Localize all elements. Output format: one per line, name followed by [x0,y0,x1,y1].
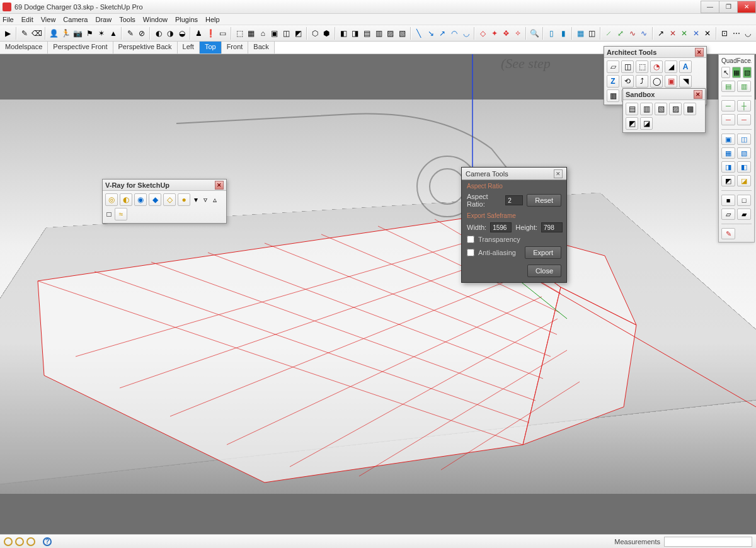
close-button[interactable]: Close [527,265,561,277]
close-icon[interactable]: ✕ [554,169,563,178]
architect-tool-icon[interactable]: ▣ [665,75,677,88]
close-icon[interactable]: ✕ [694,90,702,99]
vray-tool-icon[interactable]: ◉ [134,193,147,206]
dock-tool-icon[interactable]: ▰ [737,208,751,220]
tool-icon[interactable]: ◠ [449,28,460,39]
dock-tool-icon[interactable]: ─ [737,114,751,125]
sandbox-tool-icon[interactable]: ▩ [684,103,696,115]
tool-icon[interactable]: ◩ [293,28,304,39]
menu-file[interactable]: File [3,16,14,23]
tool-icon[interactable]: ↗ [656,28,667,39]
vray-tool-icon[interactable]: □ [105,208,113,220]
vray-tool-icon[interactable]: ● [178,193,190,206]
camera-tools-panel[interactable]: Camera Tools ✕ Aspect Ratio Aspect Ratio… [461,167,567,283]
tool-icon[interactable]: ⌂ [258,28,268,39]
tool-icon[interactable]: ✶ [96,28,107,39]
tool-icon[interactable]: ✧ [513,28,524,39]
sandbox-tool-icon[interactable]: ▧ [655,103,667,115]
dock-tool-icon[interactable]: ▥ [737,81,751,92]
vray-tool-icon[interactable]: ◎ [105,193,118,206]
width-input[interactable] [490,222,512,232]
dock-tool-icon[interactable]: ▧ [743,67,752,78]
scene-tab-persp-back[interactable]: Perspektive Back [113,42,178,54]
menu-window[interactable]: Window [143,16,168,23]
tool-icon[interactable]: ▨ [385,28,396,39]
tool-icon[interactable]: 🔍 [529,28,540,39]
status-icon[interactable] [26,537,35,546]
minimize-button[interactable]: — [701,1,719,13]
architect-tool-icon[interactable]: ▱ [607,60,619,73]
tool-icon[interactable]: ∿ [627,28,638,39]
tool-icon[interactable]: ⬡ [310,28,321,39]
architect-tool-icon[interactable]: ◫ [621,60,634,73]
vray-tool-icon[interactable]: ▿ [202,193,209,206]
architect-tool-icon[interactable]: ⟲ [621,75,634,88]
camera-tools-title[interactable]: Camera Tools ✕ [462,168,566,180]
tool-icon[interactable]: ✎ [125,28,135,39]
scene-tab-top[interactable]: Top [200,42,222,54]
menu-tools[interactable]: Tools [119,16,135,23]
scene-tab-modelspace[interactable]: Modelspace [0,42,48,54]
tool-icon[interactable]: ✕ [702,28,713,39]
dock-tool-icon[interactable]: □ [737,195,751,206]
sandbox-title[interactable]: Sandbox ✕ [623,89,705,100]
tool-icon[interactable]: ↗ [437,28,448,39]
tool-icon[interactable]: ▶ [3,28,13,39]
architect-tool-icon[interactable]: ▦ [607,89,619,102]
sandbox-tool-icon[interactable]: ◩ [626,117,638,130]
maximize-button[interactable]: ❐ [719,1,738,13]
transparency-checkbox[interactable]: Transparency [462,234,566,244]
vray-tool-icon[interactable]: ◆ [149,193,161,206]
scene-tab-front[interactable]: Front [222,42,249,54]
tool-icon[interactable]: ◡ [743,28,753,39]
dock-tool-icon[interactable]: ◪ [737,175,751,186]
tool-icon[interactable]: ◐ [153,28,164,39]
tool-icon[interactable]: ⬢ [321,28,332,39]
transparency-check-input[interactable] [467,236,474,243]
tool-icon[interactable]: ◫ [587,28,597,39]
tool-icon[interactable]: ✕ [667,28,678,39]
dock-tool-icon[interactable]: ◨ [721,161,735,173]
dock-tool-icon[interactable]: ┼ [737,100,751,111]
tool-icon[interactable]: ▲ [108,28,119,39]
sandbox-tool-icon[interactable]: ▥ [640,103,653,115]
dock-tool-icon[interactable]: ✎ [721,228,735,239]
tool-icon[interactable]: ◑ [165,28,176,39]
scene-tab-left[interactable]: Left [178,42,200,54]
height-input[interactable] [541,222,563,232]
tool-icon[interactable]: ⊘ [137,28,147,39]
tool-icon[interactable]: ▦ [575,28,586,39]
tool-icon[interactable]: ▧ [397,28,408,39]
tool-icon[interactable]: ♟ [193,28,204,39]
dock-tool-icon[interactable]: ◩ [721,175,735,186]
tool-icon[interactable]: ◒ [177,28,188,39]
status-icon[interactable] [4,537,13,546]
tool-icon[interactable]: ⚑ [84,28,95,39]
dock-tool-icon[interactable]: ▤ [721,81,735,92]
tool-icon[interactable]: ▯ [546,28,557,39]
antialias-check-input[interactable] [467,249,474,256]
tool-icon[interactable]: ◨ [350,28,360,39]
tool-icon[interactable]: ▥ [374,28,384,39]
close-button[interactable]: ✕ [737,1,756,13]
dock-tool-icon[interactable]: ▣ [721,134,735,145]
tool-icon[interactable]: ⤢ [616,28,626,39]
sandbox-tool-icon[interactable]: ▤ [626,103,638,115]
architect-tool-icon[interactable]: ⬚ [636,60,648,73]
sandbox-tool-icon[interactable]: ▨ [669,103,682,115]
dock-tool-icon[interactable]: ─ [721,114,735,125]
vray-tool-icon[interactable]: ▾ [192,193,200,206]
dock-tool-icon[interactable]: ↖ [721,67,730,78]
tool-icon[interactable]: ⬚ [234,28,245,39]
tool-icon[interactable]: ❗ [205,28,216,39]
scene-tab-persp-front[interactable]: Perspective Front [48,42,113,54]
status-icon[interactable] [15,537,24,546]
close-icon[interactable]: ✕ [215,181,224,190]
vray-tool-icon[interactable]: ▵ [211,193,219,206]
tool-icon[interactable]: 📷 [72,28,83,39]
architect-tool-icon[interactable]: ◢ [665,60,677,73]
tool-icon[interactable]: ✦ [490,28,500,39]
vray-tool-icon[interactable]: ◇ [163,193,176,206]
vray-title[interactable]: V-Ray for SketchUp ✕ [103,180,226,191]
tool-icon[interactable]: ╲ [414,28,425,39]
